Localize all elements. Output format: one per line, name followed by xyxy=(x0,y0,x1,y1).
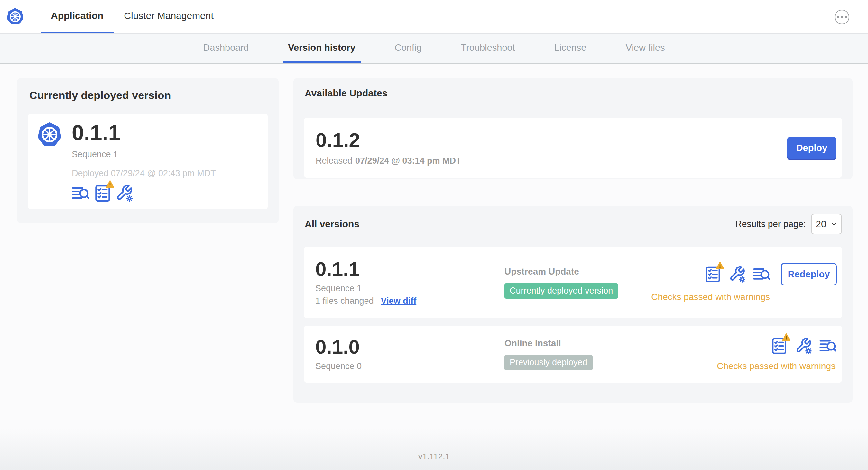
previously-deployed-badge: Previously deployed xyxy=(504,355,593,370)
config-icon[interactable] xyxy=(795,337,812,355)
tab-application-label: Application xyxy=(51,10,103,21)
subnav-license[interactable]: License xyxy=(549,34,592,63)
version-row-0-1-1: 0.1.1 Sequence 1 1 files changed View di… xyxy=(304,247,842,318)
deployed-version-panel: 0.1.1 Sequence 1 Deployed 07/29/24 @ 02:… xyxy=(28,114,268,209)
subnav-version-history-label: Version history xyxy=(288,42,355,53)
tab-cluster-management[interactable]: Cluster Management xyxy=(114,0,224,33)
row-source-label: Upstream Update xyxy=(504,267,651,277)
release-notes-icon[interactable] xyxy=(753,266,771,283)
subnav-version-history[interactable]: Version history xyxy=(283,34,361,63)
top-bar: Application Cluster Management xyxy=(0,0,868,34)
subnav-view-files[interactable]: View files xyxy=(621,34,670,63)
app-section-nav: Dashboard Version history Config Trouble… xyxy=(0,34,868,64)
subnav-config[interactable]: Config xyxy=(390,34,427,63)
deploy-button[interactable]: Deploy xyxy=(787,137,836,159)
subnav-license-label: License xyxy=(554,42,587,53)
subnav-view-files-label: View files xyxy=(626,42,665,53)
redeploy-button[interactable]: Redeploy xyxy=(781,263,837,286)
more-options-button[interactable] xyxy=(835,10,849,25)
release-notes-icon[interactable] xyxy=(72,184,90,202)
chevron-down-icon xyxy=(830,221,837,228)
checks-status-text: Checks passed with warnings xyxy=(717,361,836,371)
config-icon[interactable] xyxy=(729,266,746,283)
currently-deployed-title: Currently deployed version xyxy=(29,89,268,102)
deployed-version-number: 0.1.1 xyxy=(72,121,216,144)
console-version: v1.112.1 xyxy=(418,452,450,462)
currently-deployed-badge: Currently deployed version xyxy=(504,283,618,299)
released-label: Released xyxy=(316,156,352,166)
release-notes-icon[interactable] xyxy=(819,337,837,355)
version-row-0-1-0: 0.1.0 Sequence 0 Online Install Previous… xyxy=(304,326,842,382)
update-row: 0.1.2 Released07/29/24 @ 03:14 pm MDT De… xyxy=(304,118,842,178)
currently-deployed-card: Currently deployed version xyxy=(17,78,279,224)
all-versions-title: All versions xyxy=(305,219,359,230)
deployed-timestamp: Deployed 07/29/24 @ 02:43 pm MDT xyxy=(72,168,216,178)
available-updates-card: Available Updates 0.1.2 Released07/29/24… xyxy=(293,78,852,179)
update-version-number: 0.1.2 xyxy=(316,130,461,150)
config-icon[interactable] xyxy=(116,184,133,202)
subnav-config-label: Config xyxy=(395,42,422,53)
page-footer: v1.112.1 xyxy=(0,428,868,470)
kubernetes-logo xyxy=(6,0,25,33)
tab-cluster-management-label: Cluster Management xyxy=(124,10,213,21)
row-source-label: Online Install xyxy=(504,338,717,348)
app-nav: Application Cluster Management xyxy=(40,0,224,33)
warning-triangle-icon xyxy=(715,261,725,270)
subnav-troubleshoot[interactable]: Troubleshoot xyxy=(456,34,520,63)
subnav-dashboard[interactable]: Dashboard xyxy=(198,34,254,63)
results-per-page-label: Results per page: xyxy=(736,219,806,229)
results-per-page-select[interactable]: 20 xyxy=(811,214,842,234)
preflight-checks-icon[interactable] xyxy=(771,337,788,355)
row-version-number: 0.1.1 xyxy=(315,259,504,279)
results-per-page-value: 20 xyxy=(815,219,826,230)
update-released-line: Released07/29/24 @ 03:14 pm MDT xyxy=(316,156,461,166)
subnav-dashboard-label: Dashboard xyxy=(203,42,249,53)
files-changed-label: 1 files changed xyxy=(315,296,374,306)
view-diff-link[interactable]: View diff xyxy=(381,296,416,306)
row-sequence: Sequence 0 xyxy=(315,361,504,371)
warning-triangle-icon xyxy=(781,333,791,342)
checks-status-text: Checks passed with warnings xyxy=(651,292,770,302)
warning-triangle-icon xyxy=(105,180,115,189)
kubernetes-app-icon xyxy=(36,121,63,202)
deployed-sequence: Sequence 1 xyxy=(72,149,216,160)
row-version-number: 0.1.0 xyxy=(315,337,504,357)
released-timestamp: 07/29/24 @ 03:14 pm MDT xyxy=(355,156,461,166)
row-sequence: Sequence 1 xyxy=(315,283,504,294)
tab-application[interactable]: Application xyxy=(40,0,114,33)
available-updates-title: Available Updates xyxy=(305,88,842,99)
all-versions-card: All versions Results per page: 20 0.1.1 … xyxy=(293,206,852,403)
preflight-checks-icon[interactable] xyxy=(704,266,722,283)
subnav-troubleshoot-label: Troubleshoot xyxy=(461,42,515,53)
ellipsis-icon xyxy=(837,16,839,18)
main-content: Currently deployed version xyxy=(0,64,868,403)
preflight-checks-icon[interactable] xyxy=(94,184,112,202)
